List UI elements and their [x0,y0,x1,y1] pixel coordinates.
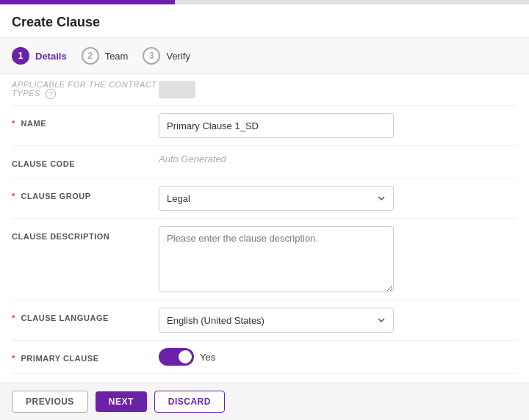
stepper: 1 Details 2 Team 3 Verify [0,38,529,74]
clause-group-label: * CLAUSE GROUP [12,186,159,200]
primary-clause-label: * PRIMARY CLAUSE [12,348,159,363]
step-circle-2: 2 [82,47,99,65]
primary-clause-toggle-container[interactable]: Yes [159,348,215,366]
clause-language-field-value: English (United States) French (France) … [159,308,517,333]
alternate-clause-row: IS ALTERNATE CLAUSE ? No [12,374,517,375]
step-circle-1: 1 [12,47,29,65]
next-button[interactable]: NEXT [96,391,147,412]
clause-description-field-value [159,226,517,292]
clause-language-row: * CLAUSE LANGUAGE English (United States… [12,300,517,341]
clause-group-row: * CLAUSE GROUP Legal Finance HR [12,178,517,219]
primary-clause-field-value: Yes [159,348,517,366]
page-title: Create Clause [12,15,100,29]
clause-description-label: CLAUSE DESCRIPTION [12,226,159,241]
clause-language-label: * CLAUSE LANGUAGE [12,308,159,322]
discard-button[interactable]: DISCARD [154,391,225,413]
step-label-verify: Verify [166,51,190,62]
clause-code-auto: Auto Generated [159,153,226,164]
applicable-types-help-icon[interactable]: ? [46,89,56,99]
name-field-value [159,113,517,138]
clause-group-select[interactable]: Legal Finance HR [159,186,394,211]
step-label-team: Team [105,51,129,62]
applicable-types-label: APPLICABLE FOR THE CONTRACT TYPES [12,80,157,98]
form-footer: PREVIOUS NEXT DISCARD [0,383,529,420]
step-verify[interactable]: 3 Verify [143,47,190,65]
step-circle-3: 3 [143,47,160,65]
name-label: * NAME [12,113,159,128]
clause-description-row: CLAUSE DESCRIPTION [12,219,517,300]
clause-group-field-value: Legal Finance HR [159,186,517,211]
applicable-types-row: APPLICABLE FOR THE CONTRACT TYPES ? [12,74,517,106]
clause-code-label: CLAUSE CODE [12,153,159,168]
form-body: APPLICABLE FOR THE CONTRACT TYPES ? * NA… [0,74,529,375]
name-input[interactable] [159,113,394,138]
step-team[interactable]: 2 Team [82,47,129,65]
step-details[interactable]: 1 Details [12,47,67,65]
primary-clause-toggle-label: Yes [200,352,215,363]
primary-clause-row: * PRIMARY CLAUSE Yes [12,341,517,374]
clause-description-textarea[interactable] [159,226,394,292]
clause-code-row: CLAUSE CODE Auto Generated [12,146,517,178]
clause-code-field-value: Auto Generated [159,153,517,164]
name-row: * NAME [12,106,517,146]
step-label-details: Details [35,51,67,62]
primary-clause-toggle[interactable] [159,348,194,366]
page-header: Create Clause [0,4,529,38]
primary-clause-toggle-thumb [179,350,192,363]
clause-language-select[interactable]: English (United States) French (France) … [159,308,394,333]
primary-clause-toggle-track [159,348,194,366]
previous-button[interactable]: PREVIOUS [12,391,88,413]
